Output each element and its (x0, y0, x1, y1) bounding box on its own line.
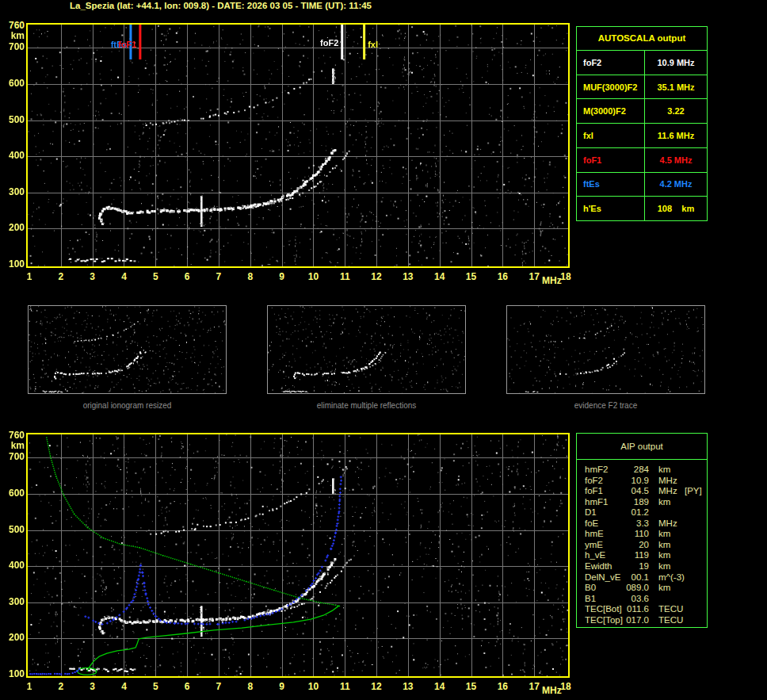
autoscala-param-value: 4.2 MHz (645, 173, 707, 197)
y-tick-label: 600 (2, 78, 25, 88)
aip-row-tecbot: TEC[Bot]011.6TECU (577, 604, 707, 614)
aip-param-value: 284 (618, 465, 649, 475)
x-tick-label: 9 (273, 682, 291, 691)
main-ionogram-canvas (28, 25, 568, 266)
x-tick-label: 2 (52, 682, 70, 691)
aip-row-ewidth: Ewidth19km (577, 561, 707, 572)
aip-param-name: B0 (585, 583, 596, 593)
x-tick-label: 4 (115, 272, 132, 281)
thumbnail-original-ionogram (28, 305, 227, 394)
x-tick-label: 6 (178, 272, 196, 281)
aip-row-d1: D101.2 (577, 507, 707, 518)
x-axis-unit-label: MHz (542, 686, 562, 695)
aip-param-value: 03.6 (618, 594, 649, 604)
aip-param-value: 011.6 (618, 604, 649, 614)
aip-param-unit: km (658, 529, 670, 539)
aip-param-value: 04.5 (618, 486, 649, 496)
y-tick-label: 500 (2, 525, 25, 534)
aip-row-delnve: DelN_vE00.1m^(-3) (577, 572, 707, 583)
aip-param-value: 01.2 (618, 507, 649, 518)
page-title: La_Spezia (lat: +44.1, lon: 009.8) - DAT… (70, 1, 372, 10)
x-tick-label: 7 (210, 272, 227, 281)
aip-param-unit: km (658, 497, 670, 507)
autoscala-param-value: 4.5 MHz (645, 148, 707, 172)
y-axis-unit-label: km (2, 441, 25, 450)
y-tick-label: 200 (2, 223, 25, 232)
x-tick-label: 8 (242, 272, 259, 281)
x-tick-label: 1 (21, 682, 38, 691)
aip-param-name: D1 (585, 507, 597, 518)
aip-param-name: hmF2 (585, 465, 608, 475)
aip-row-fof1: foF104.5MHz[PY] (577, 486, 707, 496)
x-tick-label: 4 (115, 682, 132, 691)
autoscala-row-fof1: foF14.5 MHz (577, 147, 707, 172)
aip-param-value: 017.0 (618, 615, 649, 625)
thumbnail-caption-original: original ionogram resized (28, 401, 227, 410)
aip-param-unit: km (658, 540, 670, 550)
thumbnail-caption-f2: evidence F2 trace (506, 401, 705, 410)
y-tick-label: 500 (2, 115, 25, 124)
aip-param-name: Ewidth (585, 561, 612, 572)
autoscala-output-panel: AUTOSCALA output foF210.9 MHzMUF(3000)F2… (576, 26, 708, 221)
y-tick-label: 760 (2, 21, 25, 30)
aip-param-value: 3.3 (618, 518, 649, 529)
x-tick-label: 15 (463, 272, 480, 281)
y-tick-label: 300 (2, 597, 25, 606)
x-axis-unit-label: MHz (542, 276, 562, 285)
aip-param-name: foE (585, 518, 598, 529)
aip-param-value: 19 (618, 561, 649, 572)
x-tick-label: 14 (431, 682, 448, 691)
y-tick-label: 760 (2, 430, 25, 440)
autoscala-row-muf3000f2: MUF(3000)F235.1 MHz (577, 75, 707, 99)
aip-param-name: hmE (585, 529, 604, 539)
thumbnail-original-canvas (29, 306, 226, 393)
x-tick-label: 9 (273, 272, 291, 281)
aip-param-unit: m^(-3) (658, 572, 685, 583)
aip-param-unit: TECU (658, 604, 683, 614)
aip-param-unit: MHz (658, 476, 677, 486)
autoscala-row-fxi: fxI11.6 MHz (577, 123, 707, 147)
thumbnail-reflections-canvas (268, 306, 465, 393)
autoscala-row-ftes: ftEs4.2 MHz (577, 172, 707, 197)
aip-param-unit: km (658, 561, 670, 572)
autoscala-param-value: 35.1 MHz (645, 75, 707, 99)
x-tick-label: 17 (525, 272, 543, 281)
aip-param-name: hmF1 (585, 497, 608, 507)
autoscala-row-fof2: foF210.9 MHz (577, 50, 707, 75)
aip-row-hmf1: hmF1189km (577, 497, 707, 507)
aip-rows: hmF2284kmfoF210.9MHzfoF104.5MHz[PY]hmF11… (577, 463, 707, 627)
y-tick-label: 200 (2, 633, 25, 642)
aip-row-b1: B103.6 (577, 594, 707, 604)
x-tick-label: 1 (21, 272, 38, 281)
y-tick-label: 600 (2, 488, 25, 498)
autoscala-param-name: foF1 (577, 148, 645, 172)
aip-row-hve: h_vE119km (577, 550, 707, 560)
x-tick-label: 7 (210, 682, 227, 691)
aip-param-name: TEC[Bot] (585, 604, 622, 614)
x-tick-label: 13 (399, 682, 417, 691)
aip-param-value: 00.1 (618, 572, 649, 583)
x-tick-label: 17 (525, 682, 543, 691)
aip-param-name: TEC[Top] (585, 615, 623, 625)
aip-param-unit: km (658, 465, 670, 475)
autoscala-param-name: fxI (577, 124, 645, 147)
aip-param-value: 10.9 (618, 476, 649, 486)
aip-row-hmf2: hmF2284km (577, 465, 707, 475)
x-tick-label: 5 (147, 682, 164, 691)
aip-param-value: 119 (618, 550, 649, 560)
aip-param-name: foF2 (585, 476, 603, 486)
x-tick-label: 6 (178, 682, 196, 691)
aip-param-value: 20 (618, 540, 649, 550)
y-tick-label: 700 (2, 42, 25, 52)
y-axis-unit-label: km (2, 31, 25, 40)
aip-row-tectop: TEC[Top]017.0TECU (577, 615, 707, 625)
x-tick-label: 3 (84, 272, 101, 281)
aip-param-value: 110 (618, 529, 649, 539)
autoscala-row-hes: h'Es108 km (577, 196, 707, 220)
x-tick-label: 10 (304, 272, 322, 281)
aip-param-value: 189 (618, 497, 649, 507)
autoscala-row-m3000f2: M(3000)F23.22 (577, 98, 707, 123)
aip-row-fof2: foF210.9MHz (577, 476, 707, 486)
x-tick-label: 11 (336, 272, 353, 281)
aip-param-unit: km (658, 583, 670, 593)
